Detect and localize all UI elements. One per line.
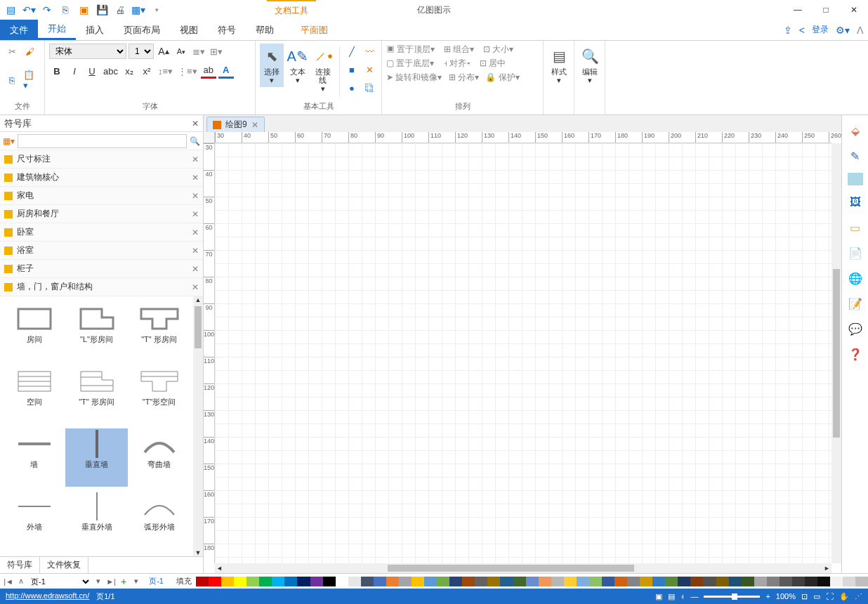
color-swatch[interactable]	[412, 577, 424, 586]
color-swatch[interactable]	[526, 577, 539, 586]
tab-floorplan[interactable]: 平面图	[291, 20, 338, 40]
color-swatch[interactable]	[716, 577, 729, 586]
cat-close-icon[interactable]: ✕	[192, 191, 199, 201]
shape-wall[interactable]: 墙	[3, 428, 65, 487]
font-color-icon[interactable]: A	[218, 63, 234, 79]
color-swatch[interactable]	[487, 577, 500, 586]
share2-icon[interactable]: <	[799, 25, 805, 36]
sidebar-close-icon[interactable]: ✕	[192, 119, 199, 129]
brush-icon[interactable]: 🖌	[22, 44, 37, 59]
color-swatch[interactable]	[665, 577, 678, 586]
cat-close-icon[interactable]: ✕	[192, 264, 199, 274]
search-input[interactable]	[18, 134, 187, 148]
color-swatch[interactable]	[729, 577, 742, 586]
color-swatch[interactable]	[284, 577, 297, 586]
color-swatch[interactable]	[602, 577, 614, 586]
send-back-icon[interactable]: ▢ 置于底层▾	[386, 58, 434, 70]
theme-icon[interactable]: ⬙	[846, 122, 865, 139]
maximize-button[interactable]: □	[812, 0, 840, 20]
page-add-icon[interactable]: +	[118, 576, 129, 587]
crop-icon[interactable]: ⿻	[362, 80, 377, 96]
color-swatch[interactable]	[399, 577, 412, 586]
cat-kitchen[interactable]: 厨房和餐厅✕	[0, 205, 203, 223]
page-prev-icon[interactable]: ∧	[15, 577, 27, 586]
color-swatch[interactable]	[386, 577, 399, 586]
color-swatch[interactable]	[843, 577, 855, 586]
paste-icon[interactable]: 📋▾	[22, 72, 40, 88]
ruler-vertical[interactable]: 3040506070809010011012013014015016017018…	[204, 143, 215, 563]
group-icon[interactable]: ⊞ 组合▾	[444, 44, 474, 55]
strikethrough-icon[interactable]: abc	[102, 63, 119, 79]
export-icon[interactable]: ▦▾	[131, 2, 146, 18]
tab-start[interactable]: 开始	[38, 20, 76, 40]
page-menu-icon[interactable]: ▾	[131, 577, 142, 586]
redo-icon[interactable]: ↷	[39, 2, 55, 18]
ellipse-shape-icon[interactable]: ●	[344, 80, 360, 96]
color-swatch[interactable]	[361, 577, 374, 586]
color-swatch[interactable]	[652, 577, 665, 586]
style-button[interactable]: ▤样式▾	[548, 44, 570, 87]
page-select[interactable]: 页-1	[28, 577, 91, 586]
cat-dimension[interactable]: 尺寸标注✕	[0, 150, 203, 169]
canvas-hscrollbar[interactable]: ◄►	[215, 563, 831, 573]
view-mode3-icon[interactable]: ⫞	[680, 592, 685, 600]
subscript-icon[interactable]: x₂	[121, 63, 137, 79]
open-icon[interactable]: ▣	[76, 2, 91, 18]
bold-icon[interactable]: B	[49, 63, 65, 79]
color-swatch[interactable]	[703, 577, 716, 586]
connector-tool[interactable]: ⟋•连接线▾	[311, 44, 335, 96]
cat-close-icon[interactable]: ✕	[192, 155, 199, 164]
share-icon[interactable]: ⇪	[784, 25, 792, 36]
color-swatch[interactable]	[348, 577, 361, 586]
color-swatch[interactable]	[551, 577, 564, 586]
color-swatch[interactable]	[614, 577, 627, 586]
page-dropdown-icon[interactable]: ▾	[93, 577, 104, 586]
color-swatch[interactable]	[272, 577, 284, 586]
color-swatch[interactable]	[678, 577, 690, 586]
size-icon[interactable]: ⊡ 大小▾	[483, 44, 513, 55]
color-swatch[interactable]	[830, 577, 843, 586]
cat-bedroom[interactable]: 卧室✕	[0, 223, 203, 242]
color-swatch[interactable]	[437, 577, 449, 586]
align-text-icon[interactable]: ≣▾	[191, 44, 206, 59]
sidebar-tab-library[interactable]: 符号库	[0, 557, 40, 573]
color-swatch[interactable]	[627, 577, 640, 586]
pen-icon[interactable]: ✎	[846, 147, 865, 164]
view-mode2-icon[interactable]: ▤	[668, 592, 675, 601]
text-direction-icon[interactable]: ⊞▾	[209, 44, 224, 59]
bring-front-icon[interactable]: ▣ 置于顶层▾	[386, 44, 435, 55]
shape-exterior-wall[interactable]: 外墙	[3, 491, 65, 549]
color-swatch[interactable]	[742, 577, 754, 586]
tab-insert[interactable]: 插入	[76, 20, 114, 40]
shape-arc-ext-wall[interactable]: 弧形外墙	[128, 491, 190, 549]
curve-shape-icon[interactable]: 〰	[362, 44, 377, 59]
color-swatch[interactable]	[500, 577, 513, 586]
help-icon[interactable]: ❓	[846, 346, 865, 362]
cat-close-icon[interactable]: ✕	[192, 173, 199, 183]
select-tool[interactable]: ⬉选择▾	[260, 44, 284, 87]
text-tool[interactable]: A✎文本▾	[285, 44, 309, 87]
shape-t-space[interactable]: "T"形空间	[128, 366, 190, 424]
new-doc-icon[interactable]: ⎘	[58, 2, 73, 18]
layers-icon[interactable]: ▭	[846, 219, 865, 236]
cat-close-icon[interactable]: ✕	[192, 228, 199, 237]
view-mode-icon[interactable]: ▣	[655, 592, 662, 601]
color-swatch[interactable]	[690, 577, 703, 586]
color-swatch[interactable]	[792, 577, 805, 586]
color-swatch[interactable]	[336, 577, 348, 586]
tab-page-layout[interactable]: 页面布局	[114, 20, 170, 40]
color-swatch[interactable]	[589, 577, 602, 586]
color-swatch[interactable]	[297, 577, 310, 586]
status-url[interactable]: http://www.edrawsoft.cn/	[6, 591, 89, 602]
shape-l-room[interactable]: "L"形房间	[65, 303, 128, 362]
color-swatch[interactable]	[310, 577, 323, 586]
shape-vertical-wall[interactable]: 垂直墙	[65, 428, 128, 487]
color-swatch[interactable]	[855, 577, 868, 586]
edit-button[interactable]: 🔍编辑▾	[579, 44, 601, 87]
cat-close-icon[interactable]: ✕	[192, 282, 199, 292]
shape-t-room[interactable]: "T" 形房间	[128, 303, 190, 362]
resize-grip-icon[interactable]: ⋰	[855, 592, 862, 601]
color-swatch[interactable]	[209, 577, 221, 586]
globe-icon[interactable]: 🌐	[846, 270, 865, 287]
collapse-ribbon-icon[interactable]: ᐱ	[857, 25, 864, 36]
